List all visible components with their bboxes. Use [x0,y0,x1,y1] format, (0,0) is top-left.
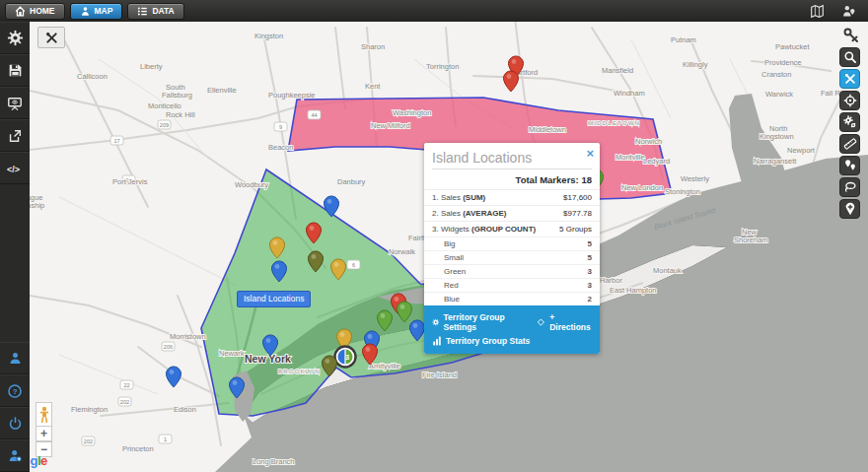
bar-chart-icon [432,336,442,346]
share-button[interactable] [0,119,30,152]
user-icon [8,351,23,366]
svg-text:209: 209 [160,122,169,128]
map-label: Windham [614,89,645,98]
group-row: Big5 [424,236,600,250]
route-shield: 6 [347,260,360,269]
svg-text:22: 22 [123,382,129,388]
map-label: Washington [393,108,431,117]
map-pins-icon [843,159,857,172]
stat-row-sum: 1. Sales (SUM) $17,600 [424,189,600,205]
cluster-marker[interactable]: 3 [335,347,356,368]
logout-button[interactable] [0,407,30,439]
group-row: Green3 [424,264,600,278]
directions-button[interactable]: + Directions [537,312,592,332]
map-label: Middletown [529,125,566,134]
map-tools-toggle-button[interactable] [37,27,65,48]
search-icon [843,50,857,64]
map-label: BROOKLYN [278,368,321,374]
pegman-control[interactable] [36,402,52,426]
map-label: Flemington [71,405,108,414]
map-label: Morristown [170,332,206,341]
map-label: Montauk [653,266,682,275]
svg-text:3: 3 [345,353,349,362]
svg-text:?: ? [13,387,18,396]
account-icon [8,448,23,463]
grouping-tools-button[interactable] [839,156,860,175]
key-tool-button[interactable] [842,27,860,48]
tab-map[interactable]: MAP [70,3,123,20]
lasso-tool-button[interactable] [839,177,860,197]
territory-label-chip[interactable]: Island Locations [237,291,311,307]
close-icon[interactable]: × [586,147,594,160]
settings-button[interactable] [0,22,30,54]
marker-person-icon [840,4,857,19]
account-button[interactable] [0,439,30,472]
pegman-icon [39,406,49,424]
map-tools-tool-button[interactable] [839,69,860,89]
map-label: New London [621,183,663,192]
total-markers: Total Markers: 18 [424,169,600,189]
group-breakdown: Big5Small5Green3Red3Blue2 [424,236,600,305]
map-label: Edison [174,405,196,414]
map-label: Sharon [361,42,385,51]
directions-diamond-icon [537,317,545,327]
gear-icon [7,30,24,46]
map-label: Warwick [765,90,793,99]
map-label: Norwich [635,137,662,146]
presentation-button[interactable] [0,87,30,119]
territory-group-stats-button[interactable]: Territory Group Stats [432,336,530,346]
tab-map-label: MAP [95,6,113,16]
measure-tool-button[interactable] [839,134,860,154]
user-button[interactable] [0,342,30,374]
map-label: Danbury [337,177,366,186]
ruler-icon [843,137,857,151]
map-label: Montville [615,153,645,162]
map-label: Narragansett [754,157,797,166]
map-label: Torrington [426,62,459,71]
map-label: Westerly [681,174,709,183]
map-label: Woodbury [235,180,268,189]
help-button[interactable]: ? [0,374,30,407]
map-label: Kingstown [760,132,794,141]
map-label: Shoreham [734,236,768,244]
svg-text:202: 202 [84,438,93,444]
svg-text:9: 9 [279,124,282,130]
search-tool-button[interactable] [839,47,860,67]
power-icon [8,416,23,431]
popup-footer: Territory Group Settings + Directions Te… [424,305,600,354]
svg-text:</>: </> [7,164,20,173]
territory-group-settings-button[interactable]: Territory Group Settings [432,312,517,332]
zoom-in-button[interactable]: + [36,426,52,441]
add-marker-tool-button[interactable] [839,199,860,219]
marker-person-button[interactable] [836,2,860,20]
recenter-tool-button[interactable] [839,91,860,110]
add-pin-icon [843,202,857,216]
share-icon [7,128,23,144]
app-window: 2091744229206222021202627 KingstonWindso… [0,0,868,472]
map-label: New York [245,353,291,365]
embed-code-button[interactable]: </> [0,152,30,184]
crossed-tools-icon [843,72,857,86]
save-button[interactable] [0,54,30,87]
map-label: MIDDLETOWN [588,119,640,126]
stat-row-average: 2. Sales (AVERAGE) $977.78 [424,205,600,221]
map-label: Liberty [140,62,163,71]
map-label: Cranston [761,70,791,79]
map-icon-button[interactable] [805,2,829,20]
map-label: Ellenville [207,86,237,95]
right-toolbar [839,47,860,219]
svg-text:44: 44 [311,112,317,118]
crossed-tools-icon [44,31,59,45]
map-label: East Hampton [610,286,657,295]
svg-text:202: 202 [120,399,129,405]
map-label: Newport [787,146,816,155]
marker-settings-tool-button[interactable] [839,112,860,132]
map-label: Kent [365,82,381,91]
home-icon [15,6,26,17]
map-label: Rock Hill [166,110,195,119]
map-label: Norwalk [389,247,415,256]
tab-home[interactable]: HOME [5,3,65,20]
route-shield: 206 [162,342,175,351]
tab-data[interactable]: DATA [127,3,183,20]
group-row: Small5 [424,250,600,264]
